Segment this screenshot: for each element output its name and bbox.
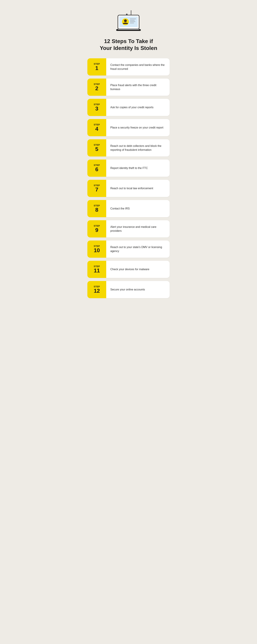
step-badge-4: STEP4: [87, 119, 106, 136]
step-number-2: 2: [95, 86, 98, 92]
step-number-12: 12: [94, 288, 100, 294]
step-text-12: Secure your online accounts: [106, 284, 170, 295]
step-item-10: STEP10Reach out to your state's DMV or l…: [87, 240, 170, 258]
step-number-7: 7: [95, 187, 98, 193]
svg-rect-9: [130, 23, 134, 23]
step-number-3: 3: [95, 106, 98, 112]
step-item-2: STEP2Place fraud alerts with the three c…: [87, 78, 170, 96]
step-badge-11: STEP11: [87, 261, 106, 278]
svg-rect-6: [130, 18, 136, 19]
step-number-1: 1: [95, 65, 98, 71]
step-item-12: STEP12Secure your online accounts: [87, 281, 170, 298]
step-text-9: Alert your insurance and medical care pr…: [106, 222, 170, 236]
svg-rect-7: [130, 20, 135, 20]
step-item-8: STEP8Contact the IRS: [87, 200, 170, 217]
step-text-1: Contact the companies and banks where th…: [106, 60, 170, 74]
step-word-2: STEP: [94, 83, 100, 86]
step-text-10: Reach out to your state's DMV or licensi…: [106, 242, 170, 256]
step-badge-2: STEP2: [87, 78, 106, 96]
step-badge-8: STEP8: [87, 200, 106, 217]
step-number-11: 11: [94, 268, 100, 274]
step-number-6: 6: [95, 166, 98, 172]
page-title: 12 Steps To Take if Your Identity Is Sto…: [87, 38, 170, 52]
step-word-10: STEP: [94, 245, 100, 248]
step-text-8: Contact the IRS: [106, 203, 170, 214]
step-item-6: STEP6Report identity theft to the FTC: [87, 160, 170, 177]
step-word-7: STEP: [94, 184, 100, 187]
steps-list: STEP1Contact the companies and banks whe…: [87, 58, 170, 298]
step-word-8: STEP: [94, 204, 100, 207]
step-item-5: STEP5Reach out to debt collectors and bl…: [87, 139, 170, 156]
step-item-7: STEP7Reach out to local law enforcement: [87, 180, 170, 197]
step-word-12: STEP: [94, 285, 100, 288]
step-item-11: STEP11Check your devices for malware: [87, 261, 170, 278]
step-badge-3: STEP3: [87, 99, 106, 116]
step-badge-5: STEP5: [87, 139, 106, 156]
hero-illustration: [87, 10, 170, 32]
step-badge-12: STEP12: [87, 281, 106, 298]
step-word-11: STEP: [94, 265, 100, 268]
step-number-10: 10: [94, 248, 100, 254]
step-text-11: Check your devices for malware: [106, 264, 170, 275]
step-badge-6: STEP6: [87, 160, 106, 177]
step-item-3: STEP3Ask for copies of your credit repor…: [87, 99, 170, 116]
step-badge-1: STEP1: [87, 58, 106, 76]
svg-point-5: [124, 20, 127, 22]
step-text-6: Report identity theft to the FTC: [106, 163, 170, 174]
step-badge-7: STEP7: [87, 180, 106, 197]
step-item-9: STEP9Alert your insurance and medical ca…: [87, 220, 170, 238]
svg-rect-11: [118, 29, 139, 30]
step-word-9: STEP: [94, 224, 100, 227]
step-item-4: STEP4Place a security freeze on your cre…: [87, 119, 170, 136]
step-text-3: Ask for copies of your credit reports: [106, 102, 170, 113]
page-container: 12 Steps To Take if Your Identity Is Sto…: [77, 0, 180, 308]
step-word-1: STEP: [94, 62, 100, 65]
step-number-8: 8: [95, 207, 98, 213]
step-text-7: Reach out to local law enforcement: [106, 183, 170, 194]
step-text-2: Place fraud alerts with the three credit…: [106, 80, 170, 94]
step-word-3: STEP: [94, 103, 100, 106]
svg-rect-8: [130, 21, 135, 22]
step-item-1: STEP1Contact the companies and banks whe…: [87, 58, 170, 76]
step-word-4: STEP: [94, 123, 100, 126]
step-text-5: Reach out to debt collectors and block t…: [106, 140, 170, 155]
step-word-5: STEP: [94, 144, 100, 146]
step-number-9: 9: [95, 227, 98, 233]
step-badge-9: STEP9: [87, 220, 106, 238]
step-number-4: 4: [95, 126, 98, 132]
svg-point-1: [126, 14, 127, 15]
step-number-5: 5: [95, 146, 98, 152]
step-text-4: Place a security freeze on your credit r…: [106, 122, 170, 133]
step-badge-10: STEP10: [87, 240, 106, 258]
step-word-6: STEP: [94, 164, 100, 166]
